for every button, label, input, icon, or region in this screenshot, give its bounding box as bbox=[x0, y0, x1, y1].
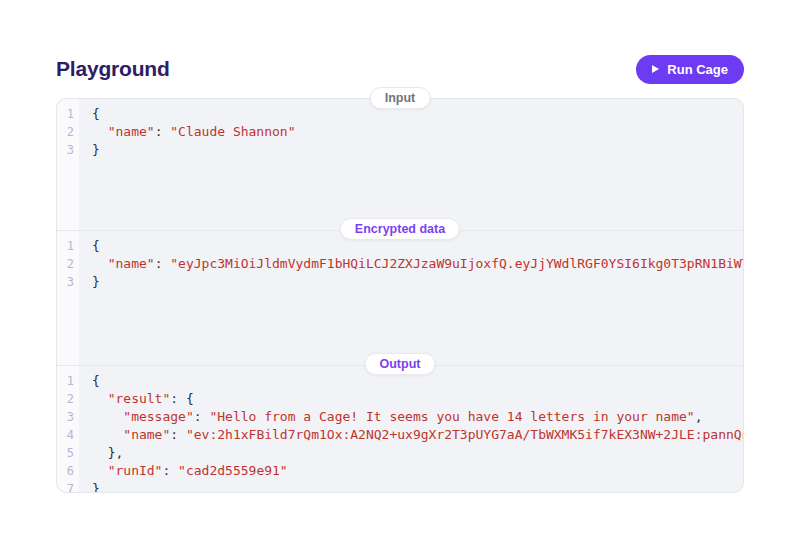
code-line: "name": "Claude Shannon" bbox=[92, 123, 743, 141]
code-line: "message": "Hello from a Cage! It seems … bbox=[92, 408, 743, 426]
output-editor[interactable]: 1234567 { "result": { "message": "Hello … bbox=[57, 365, 743, 492]
input-code-area[interactable]: { "name": "Claude Shannon"} bbox=[79, 99, 743, 230]
line-number-gutter: 1234567 bbox=[57, 366, 79, 492]
code-line: "name": "eyJpc3MiOiJldmVydmF1bHQiLCJ2ZXJ… bbox=[92, 255, 743, 273]
line-number: 1 bbox=[57, 237, 74, 255]
run-cage-label: Run Cage bbox=[667, 62, 728, 77]
code-line: } bbox=[92, 141, 743, 159]
line-number: 2 bbox=[57, 123, 74, 141]
page-title: Playground bbox=[56, 57, 170, 81]
line-number: 5 bbox=[57, 444, 74, 462]
output-section-label: Output bbox=[380, 357, 421, 371]
line-number-gutter: 123 bbox=[57, 231, 79, 365]
playground-page: Playground Run Cage 123 { "name": "Claud… bbox=[0, 0, 800, 493]
line-number: 3 bbox=[57, 141, 74, 159]
encrypted-code-area[interactable]: { "name": "eyJpc3MiOiJldmVydmF1bHQiLCJ2Z… bbox=[79, 231, 743, 365]
line-number: 3 bbox=[57, 408, 74, 426]
line-number: 7 bbox=[57, 480, 74, 492]
header: Playground Run Cage bbox=[56, 54, 744, 84]
code-line: "runId": "cad2d5559e91" bbox=[92, 462, 743, 480]
code-line: } bbox=[92, 273, 743, 291]
code-line: "result": { bbox=[92, 390, 743, 408]
encrypted-data-editor[interactable]: 123 { "name": "eyJpc3MiOiJldmVydmF1bHQiL… bbox=[57, 230, 743, 365]
line-number: 2 bbox=[57, 390, 74, 408]
editors-container: 123 { "name": "Claude Shannon"} 123 { "n… bbox=[56, 98, 744, 493]
line-number: 4 bbox=[57, 426, 74, 444]
play-icon bbox=[652, 65, 659, 73]
line-number: 6 bbox=[57, 462, 74, 480]
input-editor[interactable]: 123 { "name": "Claude Shannon"} bbox=[57, 99, 743, 230]
output-code-area[interactable]: { "result": { "message": "Hello from a C… bbox=[79, 366, 743, 492]
line-number: 3 bbox=[57, 273, 74, 291]
input-section-label: Input bbox=[385, 91, 416, 105]
editor-stack: 123 { "name": "Claude Shannon"} 123 { "n… bbox=[56, 98, 744, 493]
code-line: "name": "ev:2h1xFBild7rQm1Ox:A2NQ2+ux9gX… bbox=[92, 426, 743, 444]
line-number: 2 bbox=[57, 255, 74, 273]
output-section-badge: Output bbox=[365, 353, 436, 375]
run-cage-button[interactable]: Run Cage bbox=[636, 55, 744, 84]
line-number: 1 bbox=[57, 105, 74, 123]
encrypted-data-section-badge: Encrypted data bbox=[340, 218, 460, 240]
line-number-gutter: 123 bbox=[57, 99, 79, 230]
code-line: } bbox=[92, 480, 743, 492]
input-section-badge: Input bbox=[370, 87, 431, 109]
line-number: 1 bbox=[57, 372, 74, 390]
encrypted-data-section-label: Encrypted data bbox=[355, 222, 445, 236]
code-line: }, bbox=[92, 444, 743, 462]
